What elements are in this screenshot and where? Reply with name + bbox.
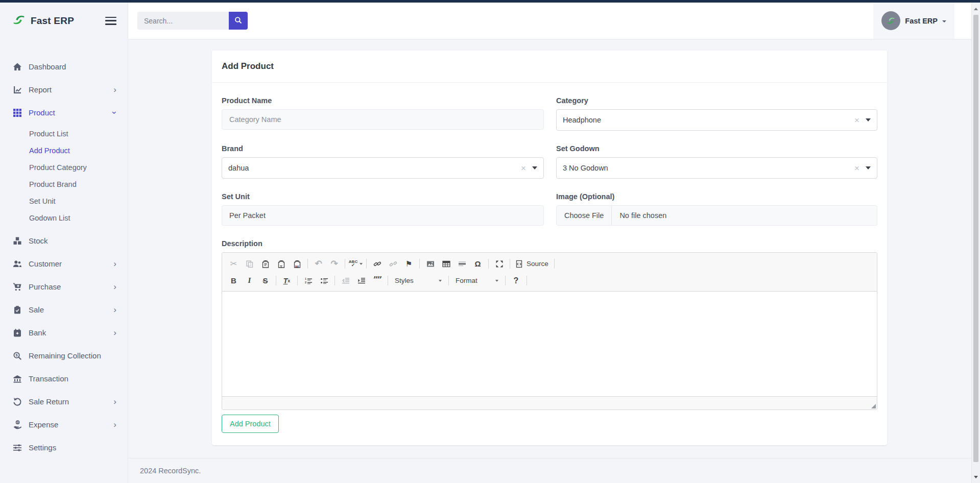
- sidebar-item-sale[interactable]: Sale: [0, 298, 128, 321]
- choose-file-button[interactable]: Choose File: [557, 206, 612, 225]
- clear-selection-icon[interactable]: [854, 164, 859, 173]
- image-file-input[interactable]: Choose File No file chosen: [556, 205, 877, 226]
- sliders-icon: [12, 443, 22, 452]
- numbered-list-icon[interactable]: 12: [301, 274, 316, 287]
- blockquote-icon[interactable]: ””: [370, 274, 385, 287]
- anchor-flag-icon[interactable]: [401, 257, 416, 271]
- sidebar-item-report[interactable]: Report: [0, 78, 128, 101]
- sidebar-item-product-category[interactable]: Product Category: [0, 159, 128, 176]
- add-product-card: Add Product Product Name Category He: [212, 51, 887, 445]
- dropdown-arrow-icon: [866, 166, 871, 170]
- scroll-down-arrow-icon[interactable]: [972, 473, 980, 481]
- category-label: Category: [556, 96, 877, 105]
- paste-icon[interactable]: [258, 257, 273, 271]
- link-icon[interactable]: [370, 257, 385, 271]
- spell-check-icon[interactable]: ABC ✓: [348, 257, 363, 271]
- app-logo[interactable]: Fast ERP: [12, 13, 74, 29]
- copy-icon[interactable]: [242, 257, 257, 271]
- paste-plain-text-icon[interactable]: T: [274, 257, 289, 271]
- category-select[interactable]: Headphone: [556, 109, 877, 131]
- clear-selection-icon[interactable]: [521, 164, 526, 173]
- brand-label: Brand: [222, 144, 544, 153]
- redo-icon[interactable]: [327, 257, 342, 271]
- bulleted-list-icon[interactable]: [317, 274, 331, 287]
- sidebar-item-customer[interactable]: Customer: [0, 252, 128, 275]
- bank-icon: [12, 374, 22, 383]
- sidebar-item-set-unit[interactable]: Set Unit: [0, 192, 128, 209]
- horizontal-line-icon[interactable]: [455, 257, 469, 271]
- editor-toolbar-row1: T W: [226, 255, 873, 272]
- sidebar-menu: Dashboard Report Product: [0, 39, 128, 459]
- chevron-right-icon: [113, 85, 116, 94]
- scrollbar-thumb[interactable]: [973, 15, 978, 462]
- sidebar-item-bank[interactable]: Bank: [0, 321, 128, 344]
- description-label: Description: [222, 239, 877, 248]
- about-editor-icon[interactable]: ?: [509, 274, 523, 287]
- search-button[interactable]: [229, 12, 248, 30]
- godown-select[interactable]: 3 No Godown: [556, 157, 877, 179]
- resize-grip-icon[interactable]: [871, 404, 876, 408]
- chevron-right-icon: [113, 397, 116, 406]
- sidebar-item-purchase[interactable]: Purchase: [0, 275, 128, 298]
- search-bar: [137, 12, 248, 30]
- increase-indent-icon[interactable]: [354, 274, 369, 287]
- product-name-label: Product Name: [222, 96, 544, 105]
- cart-plus-icon: [12, 282, 22, 292]
- sidebar-item-product-list[interactable]: Product List: [0, 125, 128, 142]
- hand-dollar-icon: $: [12, 420, 22, 429]
- sidebar-item-product-brand[interactable]: Product Brand: [0, 176, 128, 192]
- bold-icon[interactable]: B: [226, 274, 241, 287]
- add-product-submit-button[interactable]: Add Product: [222, 415, 279, 433]
- footer-text: 2024 RecordSync.: [140, 467, 201, 475]
- product-name-input[interactable]: [222, 109, 544, 130]
- chevron-down-icon: [360, 263, 363, 265]
- image-label: Image (Optional): [556, 192, 877, 201]
- sidebar-item-dashboard[interactable]: Dashboard: [0, 55, 128, 78]
- file-status: No file chosen: [612, 206, 674, 225]
- vertical-scrollbar[interactable]: [971, 3, 980, 483]
- chevron-down-icon: [495, 280, 498, 282]
- decrease-indent-icon[interactable]: [338, 274, 353, 287]
- scroll-up-arrow-icon[interactable]: [972, 5, 980, 13]
- sidebar-item-product[interactable]: Product: [0, 101, 128, 124]
- content-area: Add Product Product Name Category He: [128, 39, 980, 483]
- sidebar-item-godown-list[interactable]: Godown List: [0, 209, 128, 226]
- sidebar-item-settings[interactable]: Settings: [0, 436, 128, 459]
- clear-selection-icon[interactable]: [854, 116, 859, 125]
- fast-erp-logo-icon: [12, 13, 26, 29]
- paste-from-word-icon[interactable]: W: [290, 257, 304, 271]
- hamburger-icon[interactable]: [105, 17, 116, 25]
- users-icon: [12, 259, 22, 269]
- sidebar-item-transaction[interactable]: Transaction: [0, 367, 128, 390]
- image-icon[interactable]: [423, 257, 438, 271]
- italic-icon[interactable]: I: [242, 274, 257, 287]
- description-editing-area[interactable]: [222, 292, 877, 396]
- table-icon[interactable]: [439, 257, 453, 271]
- unit-input[interactable]: [222, 205, 544, 226]
- cut-icon[interactable]: [226, 257, 241, 271]
- special-character-icon[interactable]: Ω: [470, 257, 485, 271]
- sidebar-item-expense[interactable]: $ Expense: [0, 413, 128, 436]
- format-combo[interactable]: Format: [451, 274, 503, 287]
- styles-combo[interactable]: Styles: [391, 274, 446, 287]
- maximize-icon[interactable]: [492, 257, 507, 271]
- clipboard-check-icon: [12, 305, 22, 315]
- sidebar-item-remaining-collection[interactable]: $ Remaining Collection: [0, 344, 128, 367]
- editor-toolbar-row2: B I S Tx 12: [226, 272, 873, 289]
- rich-text-editor: T W: [222, 252, 877, 410]
- sidebar-item-sale-return[interactable]: Sale Return: [0, 390, 128, 413]
- remove-format-icon[interactable]: Tx: [279, 274, 294, 287]
- brand-select[interactable]: dahua: [222, 157, 544, 179]
- search-input[interactable]: [137, 12, 229, 30]
- source-button[interactable]: Source: [513, 257, 551, 271]
- undo-icon[interactable]: [311, 257, 326, 271]
- unlink-icon[interactable]: [386, 257, 400, 271]
- sidebar-item-add-product[interactable]: Add Product: [0, 142, 128, 159]
- strikethrough-icon[interactable]: S: [258, 274, 273, 287]
- sidebar-item-stock[interactable]: Stock: [0, 229, 128, 252]
- app-title: Fast ERP: [31, 15, 74, 27]
- chevron-down-icon: [111, 111, 119, 114]
- editor-bottom-bar: [222, 396, 877, 409]
- chevron-right-icon: [113, 420, 116, 429]
- user-menu[interactable]: Fast ERP: [873, 3, 954, 39]
